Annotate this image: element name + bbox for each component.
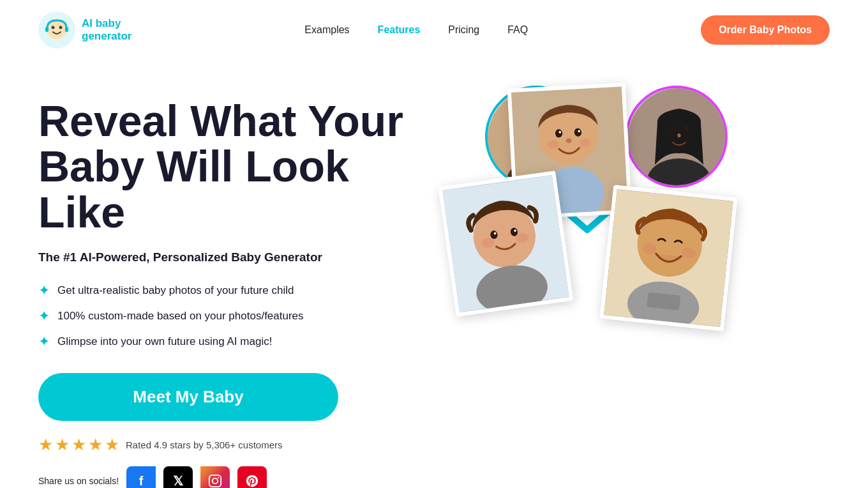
order-baby-photos-button[interactable]: Order Baby Photos (701, 15, 830, 45)
nav-links: Examples Features Pricing FAQ (304, 24, 528, 36)
svg-point-7 (213, 478, 218, 484)
pinterest-icon (245, 474, 259, 488)
svg-rect-4 (45, 27, 49, 32)
hero-left: Reveal What Your Baby Will Look Like The… (38, 86, 447, 488)
star-rating: ★ ★ ★ ★ ★ (38, 435, 119, 455)
svg-point-18 (670, 126, 675, 131)
facebook-button[interactable]: f (126, 466, 156, 488)
logo-text: AI baby generator (82, 17, 131, 43)
baby-photo-2 (438, 171, 574, 317)
baby-photo-3 (600, 185, 738, 331)
star-5: ★ (105, 435, 119, 455)
pinterest-button[interactable] (237, 466, 267, 488)
feature-icon-3: ✦ (38, 333, 50, 350)
instagram-button[interactable] (200, 466, 230, 488)
features-list: ✦ Get ultra-realistic baby photos of you… (38, 282, 447, 350)
hero-title: Reveal What Your Baby Will Look Like (38, 98, 447, 235)
hero-section: Reveal What Your Baby Will Look Like The… (0, 60, 868, 488)
share-label: Share us on socials! (38, 476, 119, 486)
feature-icon-2: ✦ (38, 308, 50, 324)
hero-subtitle: The #1 AI-Powered, Personalized Baby Gen… (38, 250, 447, 264)
instagram-icon (208, 474, 222, 488)
feature-icon-1: ✦ (38, 282, 50, 299)
star-4: ★ (88, 435, 103, 455)
rating-row: ★ ★ ★ ★ ★ Rated 4.9 stars by 5,306+ cust… (38, 435, 447, 455)
baby-image-3 (604, 189, 733, 327)
svg-rect-6 (209, 475, 221, 487)
svg-point-19 (684, 126, 689, 131)
nav-pricing[interactable]: Pricing (448, 24, 479, 36)
mom-portrait (625, 86, 728, 188)
star-3: ★ (71, 435, 86, 455)
nav-faq[interactable]: FAQ (507, 24, 528, 36)
nav-features[interactable]: Features (378, 24, 421, 36)
feature-item-2: ✦ 100% custom-made based on your photos/… (38, 308, 447, 324)
mom-avatar (628, 88, 728, 188)
nav-examples[interactable]: Examples (304, 24, 349, 36)
twitter-button[interactable]: 𝕏 (163, 466, 193, 488)
star-1: ★ (38, 435, 53, 455)
svg-point-3 (59, 26, 63, 29)
svg-rect-5 (65, 27, 68, 32)
navbar: AI baby generator Examples Features Pric… (0, 0, 868, 60)
logo[interactable]: AI baby generator (38, 11, 131, 49)
logo-icon (38, 11, 75, 49)
baby-image-2 (442, 175, 569, 312)
hero-right (447, 86, 830, 456)
svg-point-2 (52, 26, 55, 29)
star-2: ★ (55, 435, 70, 455)
svg-point-8 (218, 477, 219, 478)
svg-point-20 (678, 133, 681, 137)
social-row: Share us on socials! f 𝕏 (38, 466, 447, 488)
meet-my-baby-button[interactable]: Meet My Baby (38, 373, 338, 421)
feature-item-3: ✦ Glimpse into your own future using AI … (38, 333, 447, 350)
feature-item-1: ✦ Get ultra-realistic baby photos of you… (38, 282, 447, 299)
rating-text: Rated 4.9 stars by 5,306+ customers (126, 439, 283, 450)
